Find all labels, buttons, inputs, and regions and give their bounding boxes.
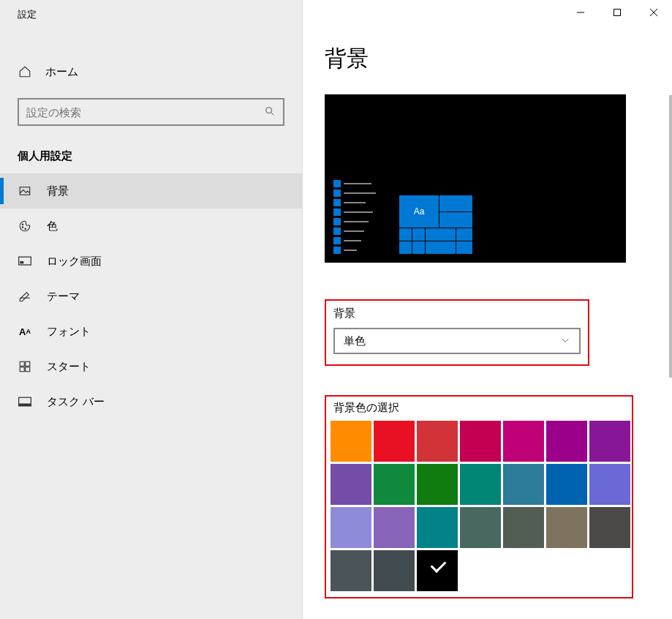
minimize-button[interactable] xyxy=(562,0,599,25)
color-swatch[interactable] xyxy=(546,507,587,548)
nav-home-label: ホーム xyxy=(45,65,78,79)
nav-item-label: 背景 xyxy=(47,184,69,198)
window-controls xyxy=(562,0,672,25)
brush-icon xyxy=(18,289,32,304)
color-swatch[interactable] xyxy=(460,464,501,505)
color-swatch[interactable] xyxy=(417,464,458,505)
nav-home[interactable]: ホーム xyxy=(0,59,302,85)
color-swatch[interactable] xyxy=(460,421,501,462)
color-swatch[interactable] xyxy=(374,550,415,591)
color-swatch[interactable] xyxy=(503,507,544,548)
color-swatch[interactable] xyxy=(589,464,630,505)
nav-item-label: 色 xyxy=(47,220,58,233)
nav-item-label: ロック画面 xyxy=(47,255,102,269)
svg-rect-16 xyxy=(614,10,621,16)
chevron-down-icon xyxy=(560,335,570,348)
close-button[interactable] xyxy=(635,0,672,25)
background-dropdown-label: 背景 xyxy=(333,307,581,320)
svg-line-1 xyxy=(271,113,273,115)
color-swatch[interactable] xyxy=(503,464,544,505)
nav-item-background[interactable]: 背景 xyxy=(0,173,302,209)
page-title: 背景 xyxy=(325,44,650,74)
grid-icon xyxy=(18,359,32,374)
search-field[interactable] xyxy=(26,106,264,119)
home-icon xyxy=(18,64,32,79)
color-swatch[interactable] xyxy=(546,421,587,462)
color-swatch[interactable] xyxy=(589,421,630,462)
svg-rect-12 xyxy=(26,367,30,372)
color-swatch[interactable] xyxy=(417,507,458,548)
color-swatch[interactable] xyxy=(331,464,371,505)
color-swatch[interactable] xyxy=(374,421,415,462)
background-color-section: 背景色の選択 xyxy=(325,395,633,599)
svg-rect-10 xyxy=(26,361,30,366)
svg-point-5 xyxy=(25,228,26,230)
background-dropdown[interactable]: 単色 xyxy=(333,328,581,354)
nav-item-label: フォント xyxy=(47,325,91,339)
window-title: 設定 xyxy=(0,0,302,29)
nav-item-label: タスク バー xyxy=(47,395,105,409)
svg-rect-6 xyxy=(19,257,31,265)
sidebar: 設定 ホーム 個人用設定 背景 色 ロック画面 xyxy=(0,0,303,619)
svg-rect-11 xyxy=(20,367,24,372)
category-label: 個人用設定 xyxy=(0,126,302,173)
preview-tile-text: Aa xyxy=(399,195,439,228)
color-swatch[interactable] xyxy=(460,507,501,548)
picture-icon xyxy=(18,184,32,198)
color-swatch[interactable] xyxy=(417,421,458,462)
color-section-label: 背景色の選択 xyxy=(333,401,627,415)
preview-start-list xyxy=(333,180,392,254)
color-swatch[interactable] xyxy=(503,421,544,462)
color-swatch[interactable] xyxy=(546,464,587,505)
background-type-section: 背景 単色 xyxy=(325,299,589,366)
nav-item-start[interactable]: スタート xyxy=(0,349,302,384)
color-swatch[interactable] xyxy=(331,550,371,591)
nav-item-taskbar[interactable]: タスク バー xyxy=(0,384,302,419)
nav-item-fonts[interactable]: AA フォント xyxy=(0,314,302,349)
scrollbar[interactable] xyxy=(669,95,672,378)
nav-item-label: テーマ xyxy=(47,290,80,304)
nav-item-label: スタート xyxy=(47,360,91,374)
maximize-button[interactable] xyxy=(599,0,635,25)
nav-item-colors[interactable]: 色 xyxy=(0,209,302,244)
color-swatch[interactable] xyxy=(374,464,415,505)
nav-item-themes[interactable]: テーマ xyxy=(0,279,302,314)
color-grid xyxy=(331,421,627,591)
svg-point-3 xyxy=(22,224,23,225)
svg-rect-9 xyxy=(20,361,24,366)
taskbar-icon xyxy=(18,394,32,409)
color-swatch[interactable] xyxy=(417,550,458,591)
font-icon: AA xyxy=(18,324,32,339)
preview-start-tiles: Aa xyxy=(399,195,472,254)
color-swatch[interactable] xyxy=(331,421,371,462)
color-swatch[interactable] xyxy=(589,507,630,548)
color-swatch[interactable] xyxy=(331,507,371,548)
search-input[interactable] xyxy=(18,98,284,126)
search-icon xyxy=(264,105,276,119)
svg-rect-14 xyxy=(19,404,31,406)
main-pane: 背景 Aa xyxy=(303,0,672,619)
svg-point-4 xyxy=(22,227,23,228)
monitor-icon xyxy=(18,254,32,269)
background-dropdown-value: 単色 xyxy=(344,334,366,348)
palette-icon xyxy=(18,219,32,233)
color-swatch[interactable] xyxy=(374,507,415,548)
nav-list: 背景 色 ロック画面 テーマ AA フォント xyxy=(0,173,302,419)
svg-rect-7 xyxy=(20,261,23,263)
nav-item-lockscreen[interactable]: ロック画面 xyxy=(0,244,302,279)
svg-point-0 xyxy=(266,107,272,113)
desktop-preview: Aa xyxy=(325,94,626,263)
